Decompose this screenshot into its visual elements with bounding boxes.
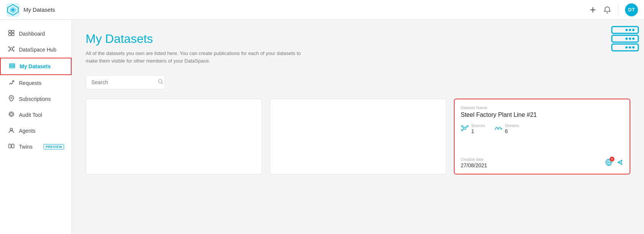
add-button[interactable] <box>589 6 597 14</box>
sidebar-item-my-datasets[interactable]: My Datasets <box>0 58 72 75</box>
card-stat-streams: Streams 6 <box>494 124 519 135</box>
navbar-actions: DT <box>589 3 638 16</box>
svg-point-37 <box>629 46 631 49</box>
sidebar-label-dashboard: Dashboard <box>19 31 64 37</box>
svg-point-38 <box>625 46 628 49</box>
svg-rect-6 <box>9 33 11 36</box>
navbar-divider <box>618 4 618 16</box>
twins-preview-badge: PREVIEW <box>44 144 64 149</box>
svg-line-46 <box>466 127 467 128</box>
svg-line-15 <box>9 50 10 50</box>
card-globe-button[interactable]: 0 <box>605 158 613 168</box>
svg-point-10 <box>13 47 14 48</box>
card-stat-sources: Sources 1 <box>461 124 485 135</box>
svg-rect-5 <box>12 30 14 33</box>
card-dataset-name: Steel Factory Plant Line #21 <box>461 112 624 118</box>
svg-point-28 <box>632 29 635 31</box>
sidebar-item-subscriptions[interactable]: Subscriptions <box>0 91 72 107</box>
search-bar[interactable] <box>86 75 165 90</box>
streams-label: Streams <box>505 124 519 128</box>
svg-point-34 <box>625 38 628 40</box>
svg-point-12 <box>13 50 14 52</box>
sidebar-item-dashboard[interactable]: Dashboard <box>0 26 72 42</box>
svg-rect-7 <box>12 33 14 36</box>
svg-point-23 <box>10 113 13 115</box>
twins-icon <box>8 143 15 151</box>
sidebar-label-subscriptions: Subscriptions <box>19 96 64 102</box>
svg-point-9 <box>9 47 10 48</box>
svg-line-40 <box>162 83 163 84</box>
sidebar-item-requests[interactable]: Requests <box>0 75 72 91</box>
sources-icon <box>461 124 469 134</box>
card-stats: Sources 1 Streams 6 <box>461 124 624 135</box>
svg-rect-18 <box>9 65 15 66</box>
sidebar-label-dataspace-hub: DataSpace Hub <box>19 47 64 53</box>
dataset-card-1[interactable] <box>86 99 262 174</box>
sidebar-label-agents: Agents <box>19 128 64 134</box>
hub-icon <box>8 46 15 54</box>
subscriptions-icon <box>8 95 15 103</box>
svg-point-21 <box>11 97 12 99</box>
svg-point-8 <box>10 48 13 50</box>
svg-point-43 <box>467 126 468 127</box>
navbar-title: My Datasets <box>23 6 589 13</box>
svg-line-47 <box>463 129 464 130</box>
svg-line-14 <box>13 47 13 48</box>
card-actions: 0 <box>605 158 624 168</box>
sidebar: Dashboard DataSpace Hub My Datasets Requ… <box>0 20 72 234</box>
datasets-icon <box>8 62 16 71</box>
page-title: My Datasets <box>86 32 630 46</box>
main-layout: Dashboard DataSpace Hub My Datasets Requ… <box>0 20 644 234</box>
dataset-widget-icon <box>610 24 640 55</box>
cards-grid: Dataset Name Steel Factory Plant Line #2… <box>86 99 630 174</box>
card-share-button[interactable] <box>616 158 624 168</box>
svg-line-16 <box>13 50 13 50</box>
agents-icon <box>8 127 15 135</box>
navbar: My Datasets DT <box>0 0 644 20</box>
svg-rect-4 <box>9 30 11 33</box>
sidebar-label-twins: Twins <box>19 144 40 150</box>
card-date-value: 27/08/2021 <box>461 162 487 168</box>
dataset-card-2[interactable] <box>270 99 446 174</box>
svg-line-45 <box>463 127 464 128</box>
audit-icon <box>8 111 15 119</box>
svg-point-11 <box>9 50 10 52</box>
page-description: All of the datasets you own are listed h… <box>86 50 313 64</box>
svg-point-33 <box>629 38 631 40</box>
svg-point-30 <box>625 29 628 31</box>
svg-point-32 <box>632 38 635 40</box>
content-area: My Datasets All of the datasets you own … <box>72 20 644 234</box>
svg-point-36 <box>632 46 635 49</box>
svg-rect-25 <box>9 144 11 148</box>
globe-badge: 0 <box>610 157 614 162</box>
card-dataset-name-label: Dataset Name <box>461 105 624 110</box>
svg-rect-26 <box>12 144 14 148</box>
svg-line-13 <box>9 47 10 48</box>
svg-point-41 <box>464 127 466 129</box>
sidebar-label-audit-tool: Audit Tool <box>19 112 64 118</box>
sidebar-item-dataspace-hub[interactable]: DataSpace Hub <box>0 42 72 58</box>
svg-rect-17 <box>9 64 15 65</box>
notifications-button[interactable] <box>603 6 611 14</box>
requests-icon <box>8 79 15 87</box>
sources-label: Sources <box>471 124 485 128</box>
sidebar-label-requests: Requests <box>19 80 64 86</box>
sidebar-item-agents[interactable]: Agents <box>0 123 72 139</box>
dataset-card-3[interactable]: Dataset Name Steel Factory Plant Line #2… <box>454 99 630 174</box>
card-date-section: Creation date 27/08/2021 <box>461 157 487 168</box>
streams-count: 6 <box>505 128 508 134</box>
dashboard-icon <box>8 30 15 38</box>
sidebar-item-audit-tool[interactable]: Audit Tool <box>0 107 72 123</box>
app-logo[interactable] <box>6 3 20 17</box>
search-icon <box>158 79 164 86</box>
card-date-label: Creation date <box>461 157 487 162</box>
search-input[interactable] <box>91 79 158 85</box>
svg-point-42 <box>461 126 463 127</box>
svg-point-24 <box>10 128 13 130</box>
svg-point-3 <box>12 9 14 11</box>
sidebar-label-my-datasets: My Datasets <box>20 63 63 69</box>
svg-point-29 <box>629 29 631 31</box>
user-avatar[interactable]: DT <box>625 3 638 16</box>
sidebar-item-twins[interactable]: Twins PREVIEW <box>0 139 72 155</box>
sources-count: 1 <box>471 128 474 134</box>
